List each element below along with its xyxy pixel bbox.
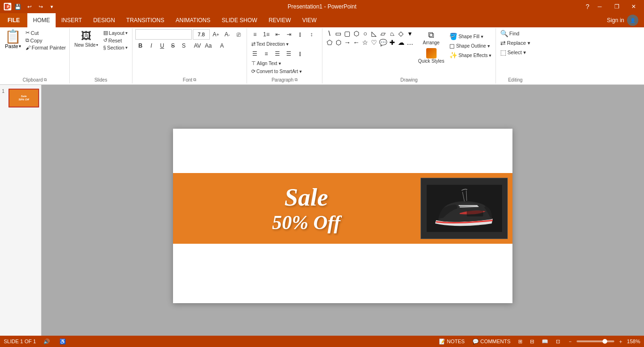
justify-btn[interactable]: ☰ bbox=[284, 49, 294, 59]
new-slide-button[interactable]: 🖼 New Slide ▾ bbox=[73, 29, 100, 75]
shape-rect[interactable]: ▭ bbox=[334, 29, 343, 38]
clipboard-expand-icon[interactable]: ⧉ bbox=[44, 77, 47, 83]
strikethrough-button[interactable]: S bbox=[168, 41, 178, 51]
copy-button[interactable]: ⧉ Copy bbox=[24, 37, 67, 44]
tab-transitions[interactable]: TRANSITIONS bbox=[121, 13, 170, 27]
shape-circle[interactable]: ○ bbox=[361, 29, 370, 38]
increase-indent-btn[interactable]: ⇥ bbox=[284, 29, 294, 40]
customize-quick-btn[interactable]: ▾ bbox=[47, 2, 57, 11]
column-btn[interactable]: ⫿ bbox=[295, 29, 305, 40]
line-spacing-btn[interactable]: ↕ bbox=[306, 29, 317, 40]
text-direction-button[interactable]: ⇄ Text Direction ▾ bbox=[250, 41, 290, 48]
shape-left-arrow[interactable]: ← bbox=[352, 38, 361, 47]
font-color-btn[interactable]: A bbox=[217, 41, 227, 51]
convert-smartart-button[interactable]: ⟳ Convert to SmartArt ▾ bbox=[250, 68, 303, 75]
tab-view[interactable]: VIEW bbox=[297, 13, 322, 27]
shape-rounded-rect[interactable]: ▢ bbox=[343, 29, 352, 38]
decrease-indent-btn[interactable]: ⇤ bbox=[272, 29, 283, 40]
select-button[interactable]: ⬚ Select ▾ bbox=[499, 48, 531, 57]
slide-canvas[interactable]: Sale 50% Off bbox=[173, 129, 512, 303]
column-sep-btn[interactable]: ⫿ bbox=[295, 49, 305, 59]
shape-pentagon[interactable]: ⬠ bbox=[325, 38, 334, 47]
tab-animations[interactable]: ANIMATIONS bbox=[170, 13, 216, 27]
shape-outline-button[interactable]: ◻ Shape Outline ▾ bbox=[448, 41, 493, 50]
shape-star[interactable]: ☆ bbox=[361, 38, 370, 47]
paste-button[interactable]: 📋 Paste ▾ bbox=[2, 29, 24, 75]
shape-effects-button[interactable]: ✨ Shape Effects ▾ bbox=[448, 51, 493, 59]
shape-hex[interactable]: ⬡ bbox=[334, 38, 343, 47]
shape-cloud[interactable]: ☁ bbox=[397, 38, 405, 47]
help-btn[interactable]: ? bbox=[586, 3, 589, 10]
tab-insert[interactable]: INSERT bbox=[56, 13, 88, 27]
shape-fill-button[interactable]: 🪣 Shape Fill ▾ bbox=[448, 32, 493, 41]
character-spacing-btn[interactable]: AV bbox=[192, 41, 203, 51]
paste-dropdown-icon[interactable]: ▾ bbox=[19, 44, 21, 49]
shape-cross[interactable]: ✚ bbox=[388, 38, 396, 47]
clear-format-btn[interactable]: ⎚ bbox=[233, 29, 244, 40]
align-right-btn[interactable]: ☰ bbox=[272, 49, 283, 59]
undo-quick-btn[interactable]: ↩ bbox=[25, 2, 34, 11]
quick-styles-button[interactable]: Quick Styles bbox=[416, 47, 446, 65]
canvas-area[interactable]: Sale 50% Off bbox=[41, 85, 644, 347]
layout-button[interactable]: ▤ Layout ▾ bbox=[102, 29, 129, 36]
zoom-in-btn[interactable]: ＋ bbox=[616, 338, 625, 345]
shape-parallelogram[interactable]: ▱ bbox=[379, 29, 388, 38]
slide-thumbnail[interactable]: Sale50% Off bbox=[8, 89, 39, 107]
shape-more[interactable]: ▾ bbox=[406, 29, 414, 38]
arrange-button[interactable]: ⧉ Arrange bbox=[416, 29, 446, 46]
bullets-btn[interactable]: ≡ bbox=[250, 29, 260, 40]
shape-trapezoid[interactable]: ⏢ bbox=[388, 29, 396, 38]
underline-button[interactable]: U bbox=[157, 41, 167, 51]
close-btn[interactable]: ✕ bbox=[627, 0, 640, 13]
align-text-button[interactable]: ⊤ Align Text ▾ bbox=[250, 60, 282, 67]
tab-home[interactable]: HOME bbox=[27, 13, 56, 27]
paragraph-expand-icon[interactable]: ⧉ bbox=[295, 77, 297, 83]
accessibility-btn[interactable]: ♿ bbox=[58, 339, 68, 345]
decrease-font-btn[interactable]: A- bbox=[222, 29, 232, 40]
tab-design[interactable]: DESIGN bbox=[88, 13, 121, 27]
font-name-input[interactable] bbox=[135, 29, 192, 40]
section-button[interactable]: § Section ▾ bbox=[102, 44, 129, 51]
sign-in[interactable]: Sign in 👤 bbox=[601, 15, 644, 26]
zoom-slider[interactable] bbox=[577, 340, 614, 342]
shape-snip-rect[interactable]: ⬡ bbox=[352, 29, 361, 38]
numbering-btn[interactable]: 1≡ bbox=[261, 29, 272, 40]
sneaker-image[interactable] bbox=[421, 178, 508, 239]
comments-btn[interactable]: 💬 COMMENTS bbox=[471, 339, 512, 345]
new-slide-dropdown-icon[interactable]: ▾ bbox=[96, 43, 98, 47]
align-left-btn[interactable]: ☰ bbox=[250, 49, 260, 59]
shape-callout[interactable]: 💬 bbox=[379, 38, 388, 47]
increase-font-btn[interactable]: A+ bbox=[211, 29, 221, 40]
shape-arrow-right[interactable]: → bbox=[343, 38, 352, 47]
shape-line[interactable]: \ bbox=[325, 29, 334, 38]
reading-view-btn[interactable]: 📖 bbox=[540, 339, 550, 345]
reset-button[interactable]: ↺ Reset bbox=[102, 37, 129, 44]
find-button[interactable]: 🔍 Find bbox=[499, 29, 531, 38]
tab-slideshow[interactable]: SLIDE SHOW bbox=[216, 13, 263, 27]
tab-file[interactable]: FILE bbox=[0, 13, 27, 27]
font-size-input[interactable] bbox=[193, 29, 210, 40]
format-painter-button[interactable]: 🖌 Format Painter bbox=[24, 44, 67, 51]
save-quick-btn[interactable]: 💾 bbox=[13, 2, 23, 11]
slide-thumbnail-item[interactable]: 1 Sale50% Off bbox=[2, 89, 39, 107]
text-shadow-button[interactable]: S bbox=[179, 41, 189, 51]
bold-button[interactable]: B bbox=[135, 41, 146, 51]
align-center-btn[interactable]: ≡ bbox=[261, 49, 272, 59]
language-btn[interactable]: 🔊 bbox=[41, 339, 52, 345]
font-expand-icon[interactable]: ⧉ bbox=[193, 77, 196, 83]
cut-button[interactable]: ✂ Cut bbox=[24, 29, 67, 36]
italic-button[interactable]: I bbox=[146, 41, 157, 51]
shape-more2[interactable]: … bbox=[406, 38, 414, 47]
normal-view-btn[interactable]: ⊞ bbox=[516, 339, 524, 345]
slideshow-btn[interactable]: ⊡ bbox=[554, 339, 562, 345]
shape-right-triangle[interactable]: ◺ bbox=[370, 29, 379, 38]
replace-button[interactable]: ⇄ Replace ▾ bbox=[499, 39, 531, 47]
shape-diamond[interactable]: ◇ bbox=[397, 29, 405, 38]
minimize-btn[interactable]: ─ bbox=[593, 0, 606, 13]
slide-sorter-btn[interactable]: ⊟ bbox=[528, 339, 536, 345]
notes-btn[interactable]: 📝 NOTES bbox=[437, 339, 467, 345]
change-case-btn[interactable]: Aa bbox=[203, 41, 214, 51]
tab-review[interactable]: REVIEW bbox=[263, 13, 297, 27]
zoom-out-btn[interactable]: － bbox=[566, 338, 575, 345]
restore-btn[interactable]: ❐ bbox=[610, 0, 623, 13]
